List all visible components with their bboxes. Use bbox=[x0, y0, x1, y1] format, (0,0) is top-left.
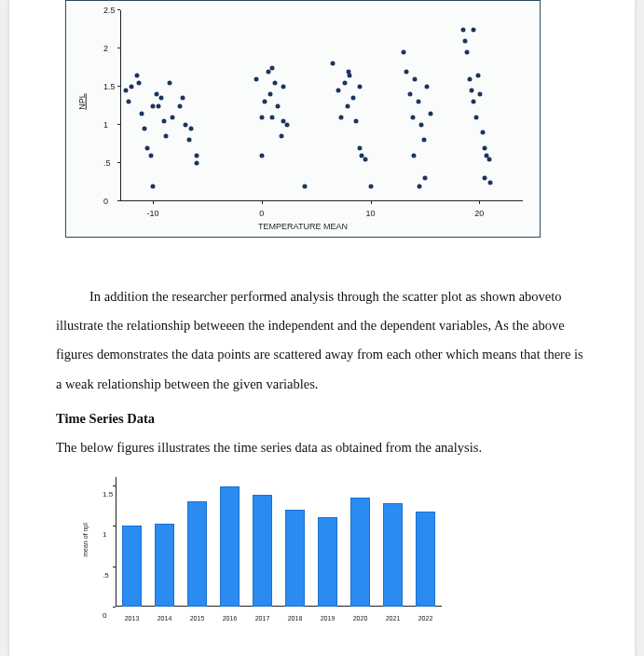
bar-x-tick-label: 2017 bbox=[255, 615, 270, 622]
scatter-point bbox=[136, 80, 141, 85]
scatter-point bbox=[470, 89, 474, 93]
scatter-point bbox=[363, 157, 367, 161]
bar-x-tick-label: 2022 bbox=[418, 615, 433, 622]
scatter-point bbox=[194, 153, 199, 157]
scatter-y-tick bbox=[117, 48, 120, 48]
scatter-point bbox=[186, 138, 191, 143]
document-page: NPL -10010200.511.522.5 TEMPERATURE MEAN… bbox=[9, 0, 635, 656]
scatter-point bbox=[151, 184, 156, 188]
scatter-point bbox=[270, 115, 275, 119]
bar-x-tick-label: 2021 bbox=[386, 615, 401, 622]
scatter-point bbox=[472, 100, 476, 104]
bar-y-tick bbox=[113, 485, 116, 486]
scatter-point bbox=[253, 76, 258, 81]
scatter-point bbox=[357, 85, 362, 89]
scatter-point bbox=[483, 145, 487, 150]
scatter-point bbox=[180, 96, 185, 101]
bar-column bbox=[383, 503, 404, 607]
bar-x-tick-label: 2020 bbox=[353, 615, 368, 622]
scatter-point bbox=[268, 92, 273, 97]
scatter-y-tick-label: 0 bbox=[103, 197, 108, 206]
scatter-point bbox=[159, 96, 164, 101]
scatter-point bbox=[416, 100, 420, 104]
scatter-point bbox=[342, 80, 347, 85]
scatter-point bbox=[127, 100, 131, 104]
scatter-point bbox=[259, 153, 264, 157]
scatter-y-axis-title: NPL bbox=[75, 1, 89, 201]
scatter-x-tick-label: 0 bbox=[259, 209, 264, 218]
scatter-point bbox=[148, 153, 153, 157]
scatter-point bbox=[486, 157, 491, 161]
bar-y-tick bbox=[113, 526, 116, 526]
scatter-x-tick bbox=[479, 201, 480, 204]
scatter-point bbox=[263, 100, 267, 104]
bar-column bbox=[416, 512, 436, 608]
scatter-x-tick bbox=[262, 201, 263, 204]
scatter-point bbox=[123, 89, 128, 93]
scatter-point bbox=[129, 85, 133, 89]
scatter-y-tick-label: 1 bbox=[103, 120, 108, 130]
scatter-point bbox=[476, 73, 481, 77]
scatter-x-axis-title: TEMPERATURE MEAN bbox=[66, 222, 540, 231]
bar-plot-area bbox=[116, 477, 442, 607]
bar-x-tick-label: 2015 bbox=[190, 615, 205, 622]
bar-y-axis-title: mean of npl bbox=[78, 473, 91, 607]
scatter-point bbox=[156, 103, 160, 108]
bar-y-axis bbox=[116, 477, 116, 607]
scatter-plot-area: -10010200.511.522.5 bbox=[120, 10, 523, 201]
scatter-point bbox=[354, 118, 359, 123]
scatter-chart: NPL -10010200.511.522.5 TEMPERATURE MEAN bbox=[65, 0, 541, 238]
scatter-point bbox=[350, 96, 355, 101]
scatter-point bbox=[259, 115, 264, 119]
scatter-point bbox=[465, 50, 470, 55]
scatter-point bbox=[266, 69, 270, 74]
bar-column bbox=[285, 510, 306, 607]
heading-time-series: Time Series Data bbox=[56, 404, 588, 433]
bar-x-tick-label: 2014 bbox=[158, 615, 172, 622]
scatter-point bbox=[303, 184, 308, 188]
bar-y-tick-label: 1.5 bbox=[103, 489, 113, 498]
scatter-x-tick-label: -10 bbox=[147, 209, 159, 218]
scatter-point bbox=[478, 92, 483, 97]
scatter-point bbox=[357, 145, 362, 150]
bar-column bbox=[318, 517, 338, 607]
bar-column bbox=[155, 524, 175, 607]
scatter-point bbox=[473, 115, 478, 119]
scatter-point bbox=[276, 103, 281, 108]
scatter-point bbox=[483, 176, 487, 181]
scatter-point bbox=[346, 103, 350, 108]
scatter-point bbox=[164, 134, 169, 139]
bar-column bbox=[350, 498, 371, 607]
bar-column bbox=[220, 486, 240, 607]
scatter-point bbox=[336, 89, 340, 93]
scatter-y-tick bbox=[117, 124, 120, 125]
scatter-point bbox=[281, 85, 286, 89]
scatter-point bbox=[270, 65, 275, 70]
scatter-y-tick-label: .5 bbox=[103, 158, 111, 168]
scatter-y-tick bbox=[117, 162, 120, 163]
bar-y-tick bbox=[113, 607, 116, 608]
scatter-point bbox=[413, 76, 418, 81]
bar-chart: mean of npl 2013201420152016201720182019… bbox=[73, 473, 445, 627]
scatter-point bbox=[154, 92, 158, 97]
scatter-point bbox=[418, 184, 422, 188]
bar-y-tick bbox=[113, 567, 116, 567]
scatter-y-tick-label: 1.5 bbox=[103, 82, 116, 91]
scatter-point bbox=[428, 111, 432, 116]
bar-y-tick-label: .5 bbox=[103, 570, 109, 579]
scatter-point bbox=[178, 103, 183, 108]
scatter-point bbox=[140, 111, 144, 116]
bar-x-tick-label: 2013 bbox=[125, 615, 140, 622]
scatter-y-tick bbox=[117, 200, 120, 201]
scatter-point bbox=[142, 127, 146, 131]
bar-x-tick-label: 2016 bbox=[223, 615, 238, 622]
scatter-y-tick-label: 2 bbox=[103, 44, 108, 53]
bar-x-tick-label: 2019 bbox=[321, 615, 336, 622]
scatter-x-tick-label: 20 bbox=[474, 209, 484, 218]
scatter-point bbox=[279, 134, 283, 139]
scatter-point bbox=[151, 103, 156, 108]
scatter-point bbox=[404, 69, 409, 74]
scatter-y-axis bbox=[120, 10, 121, 201]
scatter-point bbox=[284, 123, 289, 128]
paragraph-1: In addition the researcher performed ana… bbox=[56, 282, 588, 399]
